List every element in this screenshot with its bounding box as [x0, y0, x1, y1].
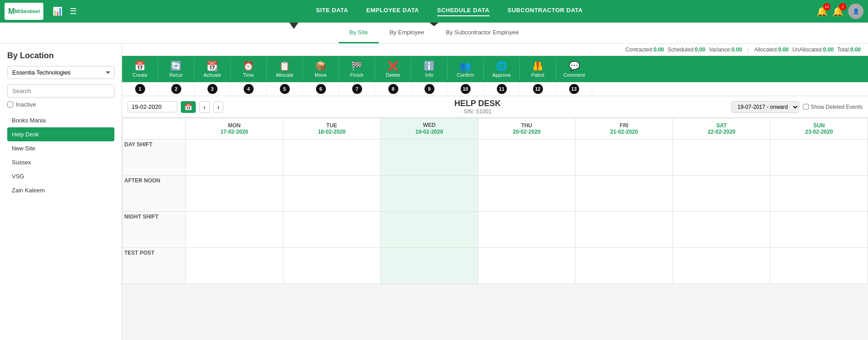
cell-tue-afternoon[interactable] — [283, 176, 381, 212]
comment-label: Comment — [563, 72, 585, 78]
cell-thu-test[interactable] — [478, 248, 576, 284]
cell-sun-afternoon[interactable] — [770, 176, 868, 212]
nav-employee-data[interactable]: EMPLOYEE DATA — [366, 7, 419, 16]
tab-by-employee[interactable]: By Employee — [379, 23, 435, 43]
notifications-alert[interactable]: 🔔 2 — [832, 6, 844, 17]
comment-button[interactable]: 💬 Comment — [556, 58, 592, 80]
inactive-checkbox[interactable] — [7, 102, 13, 107]
avatar[interactable]: 👤 — [848, 4, 863, 19]
cell-sat-night[interactable] — [673, 212, 770, 248]
cell-fri-test[interactable] — [576, 248, 673, 284]
patrol-icon: 🦺 — [532, 61, 543, 71]
nav-links: SITE DATA EMPLOYEE DATA SCHEDULE DATA SU… — [82, 7, 816, 16]
inactive-label: Inactive — [16, 101, 36, 108]
cell-wed-day[interactable] — [381, 140, 478, 176]
tab-by-site[interactable]: By Site — [339, 23, 379, 43]
recur-button[interactable]: 🔄 Recur — [158, 58, 194, 80]
allocate-icon: 📋 — [279, 61, 290, 71]
col-wed: WED 19-02-2020 — [381, 118, 478, 140]
cell-thu-night[interactable] — [478, 212, 576, 248]
contracted-stat: Contracted:0.00 — [625, 47, 664, 53]
cell-wed-night[interactable] — [381, 212, 478, 248]
move-icon: 📦 — [315, 61, 326, 71]
activate-icon: 📆 — [207, 61, 218, 71]
cell-fri-afternoon[interactable] — [576, 176, 673, 212]
cell-sat-day[interactable] — [673, 140, 770, 176]
cell-sun-test[interactable] — [770, 248, 868, 284]
tab-by-subcontractor[interactable]: By Subcontractor Employee — [435, 23, 529, 43]
badge-8: 8 — [375, 82, 411, 96]
nav-schedule-data[interactable]: SCHEDULE DATA — [437, 7, 490, 16]
calendar-button[interactable]: 📅 — [181, 101, 196, 113]
cell-mon-afternoon[interactable] — [186, 176, 283, 212]
badge-3: 3 — [194, 82, 231, 96]
date-input[interactable] — [127, 101, 177, 112]
stats-divider: | — [747, 47, 749, 53]
search-input[interactable] — [7, 84, 114, 98]
cell-mon-day[interactable] — [186, 140, 283, 176]
scheduled-stat: Scheduled:0.00 — [668, 47, 705, 53]
confirm-label: Confirm — [457, 72, 474, 78]
finish-button[interactable]: 🏁 Finish — [339, 58, 375, 80]
cell-thu-afternoon[interactable] — [478, 176, 576, 212]
nav-subcontractor-data[interactable]: SUBCONTRACTOR DATA — [508, 7, 583, 16]
menu-icon[interactable]: ☰ — [68, 5, 79, 18]
allocate-button[interactable]: 📋 Allocate — [267, 58, 303, 80]
badge-row: 1 2 3 4 5 6 7 8 9 10 11 12 13 — [122, 82, 868, 96]
variance-stat: Variance:0.00 — [709, 47, 742, 53]
notifications-bell[interactable]: 🔔 10 — [816, 6, 828, 17]
confirm-button[interactable]: 👥 Confirm — [448, 58, 484, 80]
col-sun: SUN 23-02-2020 — [770, 118, 868, 140]
site-item-zain-kaleem[interactable]: Zain Kaleem — [7, 183, 114, 197]
schedule-grid: MON 17-02-2020 TUE 18-02-2020 WED 19-02-… — [122, 118, 868, 340]
cell-sun-day[interactable] — [770, 140, 868, 176]
time-button[interactable]: ⏰ Time — [231, 58, 267, 80]
delete-button[interactable]: ❌ Delete — [375, 58, 411, 80]
bell-badge: 10 — [823, 3, 830, 10]
cell-sat-afternoon[interactable] — [673, 176, 770, 212]
chart-icon[interactable]: 📊 — [51, 5, 64, 18]
cell-mon-test[interactable] — [186, 248, 283, 284]
move-button[interactable]: 📦 Move — [303, 58, 339, 80]
alert-badge: 2 — [839, 3, 846, 10]
create-button[interactable]: 📅 Create — [122, 58, 158, 80]
site-item-books-mania[interactable]: Books Mania — [7, 113, 114, 127]
company-dropdown[interactable]: Essentia Technologies — [7, 66, 114, 79]
nav-site-data[interactable]: SITE DATA — [316, 7, 348, 16]
site-item-vsg[interactable]: VSG — [7, 169, 114, 183]
info-button[interactable]: ℹ️ Info — [411, 58, 448, 80]
badge-13: 13 — [556, 82, 592, 96]
prev-week-button[interactable]: ‹ — [199, 101, 210, 113]
shift-label-night: NIGHT SHIFT — [123, 212, 186, 248]
site-item-help-desk[interactable]: Help Desk — [7, 127, 114, 141]
patrol-button[interactable]: 🦺 Patrol — [520, 58, 556, 80]
cell-fri-day[interactable] — [576, 140, 673, 176]
cell-wed-afternoon[interactable] — [381, 176, 478, 212]
sidebar-title: By Location — [7, 51, 114, 61]
recur-icon: 🔄 — [170, 61, 182, 71]
site-item-sussex[interactable]: Sussex — [7, 155, 114, 169]
cell-sat-test[interactable] — [673, 248, 770, 284]
main-layout: By Location Essentia Technologies Inacti… — [0, 44, 868, 340]
date-range-select[interactable]: 19-07-2017 - onward — [731, 101, 799, 113]
content-area: Contracted:0.00 Scheduled:0.00 Variance:… — [122, 44, 868, 340]
cell-tue-night[interactable] — [283, 212, 381, 248]
site-item-new-site[interactable]: New Site — [7, 141, 114, 155]
col-tue: TUE 18-02-2020 — [283, 118, 381, 140]
cell-wed-test[interactable] — [381, 248, 478, 284]
cell-thu-day[interactable] — [478, 140, 576, 176]
activate-button[interactable]: 📆 Activate — [194, 58, 231, 80]
unallocated-value: 0.00 — [823, 47, 834, 53]
cell-tue-test[interactable] — [283, 248, 381, 284]
cell-sun-night[interactable] — [770, 212, 868, 248]
allocate-label: Allocate — [276, 72, 293, 78]
badge-1: 1 — [122, 82, 158, 96]
cell-tue-day[interactable] — [283, 140, 381, 176]
time-label: Time — [243, 72, 254, 78]
approve-button[interactable]: 🌐 Approve — [484, 58, 520, 80]
show-deleted-checkbox[interactable] — [803, 104, 809, 110]
next-week-button[interactable]: › — [213, 101, 224, 113]
cell-fri-night[interactable] — [576, 212, 673, 248]
cell-mon-night[interactable] — [186, 212, 283, 248]
move-label: Move — [315, 72, 327, 78]
